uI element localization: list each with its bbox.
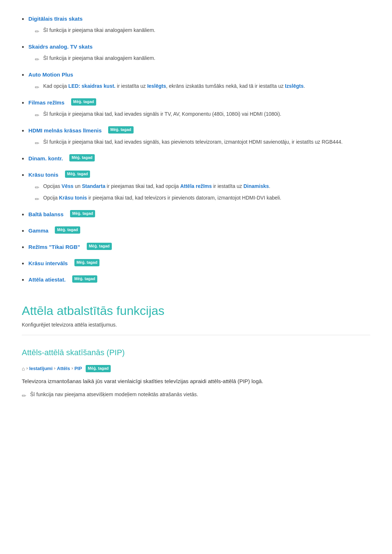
bullet-dot: • — [22, 154, 24, 164]
note-text-auto-motion: Kad opcija LED: skaidras kust. ir iestat… — [43, 82, 305, 90]
breadcrumb-arrow-1: › — [26, 365, 28, 372]
section-atbalstitaas: Attēla atbalstītās funkcijas Konfigurēji… — [22, 303, 370, 400]
bullet-dot: • — [22, 171, 24, 180]
highlight-vess: Vēss — [62, 183, 74, 189]
section-subtext: Konfigurējiet televizora attēla iestatīj… — [22, 321, 370, 335]
list-item-gamma: • Gamma Mēģ. tagad — [22, 226, 370, 236]
pencil-icon: ✏ — [35, 139, 40, 148]
badge-attela-atiestat: Mēģ. tagad — [72, 275, 97, 283]
list-item-krasu-tonis: • Krāsu tonis Mēģ. tagad ✏ Opcijas Vēss … — [22, 171, 370, 204]
bullet-dot: • — [22, 259, 24, 269]
list-item-rezims: • Režīms "Tikai RGB" Mēģ. tagad — [22, 243, 370, 253]
list-item-auto-motion: • Auto Motion Plus ✏ Kad opcija LED: ska… — [22, 70, 370, 92]
list-item-hdmi: • HDMI melnās krāsas līmenis Mēģ. tagad … — [22, 126, 370, 148]
item-label-dinam: Dinam. kontr. — [28, 154, 63, 163]
badge-pip-breadcrumb: Mēģ. tagad — [86, 365, 111, 372]
note-text-hdmi: Šī funkcija ir pieejama tikai tad, kad i… — [43, 138, 343, 146]
bullet-dot: • — [22, 226, 24, 236]
pencil-icon: ✏ — [35, 195, 40, 204]
item-label-hdmi: HDMI melnās krāsas līmenis — [28, 126, 102, 135]
note-item: ✏ Šī funkcija ir pieejama tikai tad, kad… — [35, 110, 370, 120]
list-item-dinam: • Dinam. kontr. Mēģ. tagad — [22, 154, 370, 164]
pip-body-text: Televizora izmantošanas laikā jūs varat … — [22, 377, 370, 386]
bullet-dot: • — [22, 210, 24, 220]
badge-rezims: Mēģ. tagad — [87, 243, 112, 250]
note-text-krasu-tonis-1: Opcijas Vēss un Standarta ir pieejamas t… — [43, 182, 270, 190]
item-label-filmas: Filmas režīms — [28, 98, 64, 107]
highlight-led: LED: skaidras kust. — [68, 83, 115, 89]
breadcrumb-item-iestatijumi: Iestatījumi — [29, 365, 52, 373]
section-heading: Attēla atbalstītās funkcijas — [22, 303, 370, 319]
highlight-izslgts: Izslēgts — [285, 83, 303, 89]
subsection-heading: Attēls-attēlā skatīšanās (PIP) — [22, 346, 370, 359]
subsection-pip: Attēls-attēlā skatīšanās (PIP) ⌂ › Iesta… — [22, 346, 370, 401]
pencil-icon: ✏ — [35, 27, 40, 36]
note-item: ✏ Šī funkcija ir pieejama tikai tad, kad… — [35, 138, 370, 148]
highlight-ieslgts: Ieslēgts — [147, 83, 166, 89]
pencil-icon: ✏ — [35, 183, 40, 192]
item-label-krasu-intervals: Krāsu intervāls — [28, 259, 68, 268]
highlight-attela-rezims: Attēla režīms — [180, 183, 212, 189]
bullet-dot: • — [22, 98, 24, 108]
pencil-icon: ✏ — [35, 55, 40, 64]
badge-krasu-intervals: Mēģ. tagad — [74, 259, 99, 266]
badge-gamma: Mēģ. tagad — [55, 226, 80, 234]
bullet-dot: • — [22, 42, 24, 52]
highlight-standarta: Standarta — [82, 183, 106, 189]
note-text: Šī funkcija ir pieejama tikai analogajie… — [43, 26, 155, 34]
list-item-skaidrs: • Skaidrs analog. TV skats ✏ Šī funkcija… — [22, 42, 370, 64]
main-bullet-list: • Digitālais tīrais skats ✏ Šī funkcija … — [22, 15, 370, 285]
breadcrumb-arrow-2: › — [54, 365, 56, 372]
note-text: Šī funkcija ir pieejama tikai analogajie… — [43, 54, 155, 62]
breadcrumb-home-icon: ⌂ — [22, 365, 25, 373]
item-label-rezims: Režīms "Tikai RGB" — [28, 243, 80, 251]
list-item-filmas: • Filmas režīms Mēģ. tagad ✏ Šī funkcija… — [22, 98, 370, 120]
item-label-digitalais: Digitālais tīrais skats — [28, 15, 82, 23]
breadcrumb-arrow-3: › — [72, 365, 73, 372]
highlight-krasu-tonis: Krāsu tonis — [59, 195, 87, 201]
bullet-dot: • — [22, 126, 24, 136]
badge-balta: Mēģ. tagad — [70, 210, 95, 217]
list-item-attela-atiestat: • Attēla atiestat. Mēģ. tagad — [22, 275, 370, 285]
note-item: ✏ Šī funkcija ir pieejama tikai analogaj… — [35, 26, 370, 36]
pencil-icon: ✏ — [22, 391, 26, 400]
item-label-skaidrs: Skaidrs analog. TV skats — [28, 42, 93, 51]
note-text-filmas: Šī funkcija ir pieejama tikai tad, kad i… — [43, 110, 281, 118]
pip-note-item: ✏ Šī funkcija nav pieejama atsevišķiem m… — [22, 391, 370, 400]
item-label-attela-atiestat: Attēla atiestat. — [28, 275, 66, 284]
badge-hdmi: Mēģ. tagad — [108, 126, 133, 134]
list-item-balta: • Baltā balanss Mēģ. tagad — [22, 210, 370, 220]
bullet-dot: • — [22, 70, 24, 80]
pip-note-text: Šī funkcija nav pieejama atsevišķiem mod… — [30, 391, 198, 398]
item-label-gamma: Gamma — [28, 226, 48, 235]
note-item: ✏ Šī funkcija ir pieejama tikai analogaj… — [35, 54, 370, 64]
note-text-krasu-tonis-2: Opcija Krāsu tonis ir pieejama tikai tad… — [43, 194, 281, 202]
bullet-dot: • — [22, 275, 24, 285]
note-item: ✏ Opcijas Vēss un Standarta ir pieejamas… — [35, 182, 370, 192]
item-label-krasu-tonis: Krāsu tonis — [28, 171, 58, 179]
breadcrumb-item-pip: PIP — [74, 365, 82, 373]
item-label-balta: Baltā balanss — [28, 210, 64, 219]
item-label-auto-motion: Auto Motion Plus — [28, 70, 73, 79]
pencil-icon: ✏ — [35, 83, 40, 92]
highlight-dinamisks: Dinamisks — [244, 183, 269, 189]
list-item-krasu-intervals: • Krāsu intervāls Mēģ. tagad — [22, 259, 370, 269]
bullet-dot: • — [22, 243, 24, 253]
note-item: ✏ Kad opcija LED: skaidras kust. ir iest… — [35, 82, 370, 92]
pencil-icon: ✏ — [35, 111, 40, 120]
badge-dinam: Mēģ. tagad — [69, 154, 94, 161]
bullet-dot: • — [22, 15, 24, 24]
list-item-digitalais: • Digitālais tīrais skats ✏ Šī funkcija … — [22, 15, 370, 36]
badge-krasu-tonis: Mēģ. tagad — [65, 171, 90, 178]
breadcrumb: ⌂ › Iestatījumi › Attēls › PIP Mēģ. taga… — [22, 365, 370, 373]
badge-filmas: Mēģ. tagad — [71, 98, 96, 106]
note-item-2: ✏ Opcija Krāsu tonis ir pieejama tikai t… — [35, 194, 370, 204]
breadcrumb-item-attels: Attēls — [57, 365, 70, 373]
